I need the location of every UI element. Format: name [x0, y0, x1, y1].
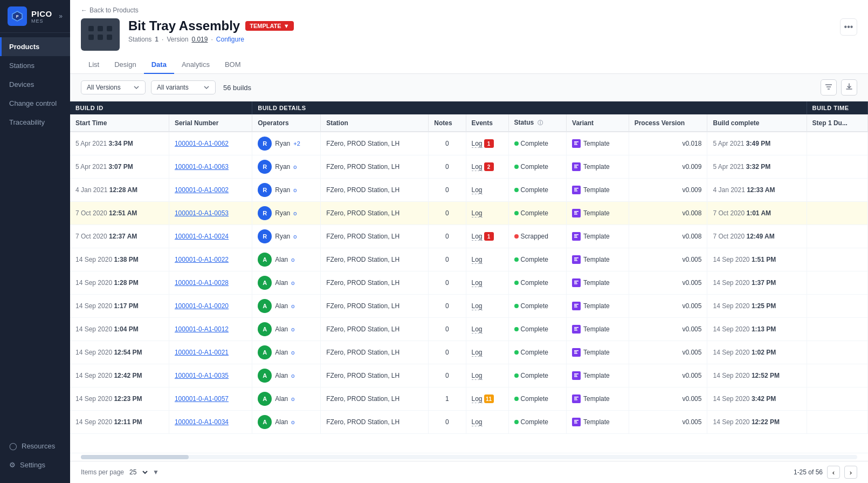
- sidebar-expand-icon[interactable]: »: [59, 12, 63, 20]
- status-info-icon: ⓘ: [538, 120, 543, 126]
- cell-build-complete: 14 Sep 2020 12:52 PM: [707, 364, 807, 387]
- cell-serial: 100001-0-A1-0063: [169, 155, 252, 179]
- cell-process-version: v0.005: [629, 295, 707, 318]
- cell-build-complete: 14 Sep 2020 12:22 PM: [707, 411, 807, 434]
- table-row[interactable]: 5 Apr 2021 3:34 PM 100001-0-A1-0062 R Ry…: [70, 132, 868, 155]
- cell-start-date: 5 Apr 2021 3:34 PM: [70, 132, 169, 155]
- cell-start-date: 4 Jan 2021 12:28 AM: [70, 179, 169, 202]
- scrollbar-thumb[interactable]: [81, 455, 189, 459]
- cell-notes: 0: [429, 318, 466, 341]
- table-row[interactable]: 14 Sep 2020 12:42 PM 100001-0-A1-0035 A …: [70, 364, 868, 387]
- sidebar-item-resources[interactable]: ◯ Resources: [0, 437, 70, 455]
- cell-station: FZero, PROD Station, LH: [321, 364, 429, 387]
- logo-area: P PICO MES »: [0, 0, 70, 33]
- cell-build-complete: 14 Sep 2020 1:25 PM: [707, 295, 807, 318]
- cell-start-date: 14 Sep 2020 12:42 PM: [70, 364, 169, 387]
- cell-status: Complete: [508, 411, 567, 434]
- template-badge[interactable]: TEMPLATE ▼: [245, 21, 293, 31]
- sidebar-item-devices[interactable]: Devices: [0, 75, 70, 94]
- table-row[interactable]: 14 Sep 2020 1:17 PM 100001-0-A1-0020 A A…: [70, 295, 868, 318]
- cell-events: Log: [466, 271, 508, 295]
- tab-data[interactable]: Data: [144, 56, 174, 74]
- table-row[interactable]: 14 Sep 2020 12:23 PM 100001-0-A1-0057 A …: [70, 387, 868, 411]
- items-per-page: Items per page 25 50 100 ▼: [81, 468, 159, 477]
- tab-bom[interactable]: BOM: [217, 56, 249, 74]
- table-row[interactable]: 14 Sep 2020 1:38 PM 100001-0-A1-0022 A A…: [70, 248, 868, 271]
- table-row[interactable]: 14 Sep 2020 12:54 PM 100001-0-A1-0021 A …: [70, 341, 868, 364]
- items-per-page-select[interactable]: 25 50 100: [127, 468, 149, 477]
- more-options-button[interactable]: •••: [840, 18, 857, 36]
- cell-variant: Template: [567, 411, 629, 434]
- table-row[interactable]: 14 Sep 2020 1:28 PM 100001-0-A1-0028 A A…: [70, 271, 868, 295]
- cell-station: FZero, PROD Station, LH: [321, 179, 429, 202]
- download-button[interactable]: [841, 79, 857, 96]
- dots-icon: •••: [844, 22, 853, 32]
- configure-link[interactable]: Configure: [216, 36, 244, 43]
- main-content: ← Back to Products Bit Tray Assembly: [70, 0, 868, 483]
- sidebar-item-products[interactable]: Products: [0, 37, 70, 56]
- toolbar-right: [821, 79, 857, 96]
- svg-rect-29: [574, 260, 577, 261]
- svg-rect-34: [574, 305, 577, 307]
- back-link[interactable]: ← Back to Products: [81, 6, 857, 14]
- svg-rect-8: [107, 35, 112, 40]
- svg-rect-47: [574, 399, 577, 400]
- table-row[interactable]: 7 Oct 2020 12:51 AM 100001-0-A1-0053 R R…: [70, 202, 868, 225]
- product-title: Bit Tray Assembly: [128, 18, 240, 33]
- svg-rect-15: [574, 165, 578, 166]
- column-headers: Start Time Serial Number Operators Stati…: [70, 114, 868, 132]
- cell-serial: 100001-0-A1-0034: [169, 411, 252, 434]
- svg-rect-35: [574, 307, 577, 308]
- variant-filter[interactable]: All variants: [151, 80, 216, 94]
- cell-step1: [807, 271, 867, 295]
- cell-operator: R Ryan +2: [252, 132, 321, 155]
- tab-design[interactable]: Design: [107, 56, 143, 74]
- cell-variant: Template: [567, 318, 629, 341]
- svg-rect-32: [574, 283, 577, 284]
- horizontal-scrollbar-container: [70, 453, 868, 461]
- table-row[interactable]: 14 Sep 2020 12:11 PM 100001-0-A1-0034 A …: [70, 411, 868, 434]
- cell-build-complete: 7 Oct 2020 12:49 AM: [707, 225, 807, 248]
- cell-status: Complete: [508, 155, 567, 179]
- svg-rect-42: [574, 373, 578, 375]
- sidebar-item-settings[interactable]: ⚙ Settings: [0, 455, 70, 474]
- pagination-text: 1-25 of 56: [794, 468, 823, 476]
- table-row[interactable]: 5 Apr 2021 3:07 PM 100001-0-A1-0063 R Ry…: [70, 155, 868, 179]
- cell-process-version: v0.008: [629, 225, 707, 248]
- sidebar-item-traceability[interactable]: Traceability: [0, 113, 70, 132]
- cell-build-complete: 14 Sep 2020 1:02 PM: [707, 341, 807, 364]
- cell-start-date: 14 Sep 2020 1:38 PM: [70, 248, 169, 271]
- product-image: [81, 18, 120, 51]
- cell-variant: Template: [567, 387, 629, 411]
- cell-operator: R Ryan o: [252, 202, 321, 225]
- product-info: Bit Tray Assembly TEMPLATE ▼ Stations 1 …: [128, 18, 831, 43]
- sidebar-item-change-control[interactable]: Change control: [0, 94, 70, 113]
- cell-station: FZero, PROD Station, LH: [321, 202, 429, 225]
- variant-filter-wrapper: All variants: [151, 80, 216, 94]
- table-row[interactable]: 14 Sep 2020 1:04 PM 100001-0-A1-0012 A A…: [70, 318, 868, 341]
- tab-list[interactable]: List: [81, 56, 107, 74]
- cell-build-complete: 14 Sep 2020 1:51 PM: [707, 248, 807, 271]
- version-filter[interactable]: All Versions: [81, 80, 146, 94]
- tab-analytics[interactable]: Analytics: [174, 56, 217, 74]
- cell-process-version: v0.005: [629, 364, 707, 387]
- svg-rect-12: [574, 141, 578, 142]
- cell-station: FZero, PROD Station, LH: [321, 387, 429, 411]
- prev-page-button[interactable]: ‹: [827, 466, 840, 479]
- table-row[interactable]: 7 Oct 2020 12:37 AM 100001-0-A1-0024 R R…: [70, 225, 868, 248]
- svg-rect-22: [574, 213, 577, 214]
- cell-build-complete: 4 Jan 2021 12:33 AM: [707, 179, 807, 202]
- col-events: Events: [466, 114, 508, 132]
- cell-events: Log: [466, 202, 508, 225]
- next-icon: ›: [850, 468, 852, 477]
- table-row[interactable]: 4 Jan 2021 12:28 AM 100001-0-A1-0002 R R…: [70, 179, 868, 202]
- filter-settings-button[interactable]: [821, 79, 837, 96]
- gear-icon: ⚙: [9, 461, 16, 469]
- sidebar-item-stations[interactable]: Stations: [0, 56, 70, 75]
- next-page-button[interactable]: ›: [844, 466, 857, 479]
- cell-station: FZero, PROD Station, LH: [321, 411, 429, 434]
- cell-station: FZero, PROD Station, LH: [321, 225, 429, 248]
- cell-start-date: 7 Oct 2020 12:37 AM: [70, 225, 169, 248]
- cell-notes: 0: [429, 248, 466, 271]
- cell-notes: 0: [429, 225, 466, 248]
